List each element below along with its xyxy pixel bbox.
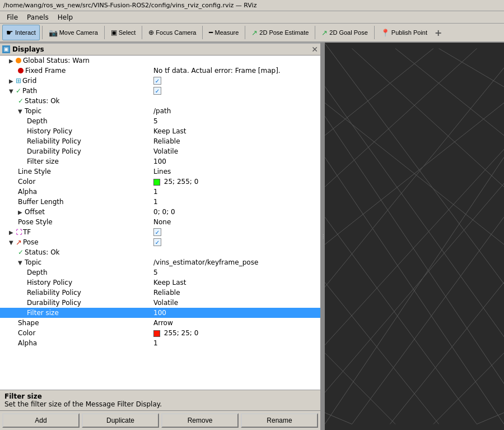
path-reliability-label: Reliability Policy bbox=[27, 137, 81, 145]
focus-camera-label: Focus Camera bbox=[156, 29, 196, 36]
path-color-text: 25; 255; 0 bbox=[164, 178, 199, 186]
tf-checkbox[interactable]: ✓ bbox=[153, 228, 161, 236]
pose-filtersize-row[interactable]: Filter size 100 bbox=[0, 308, 320, 318]
pose-history-label: History Policy bbox=[27, 279, 72, 286]
global-status-row[interactable]: ▶ Global Status: Warn bbox=[0, 56, 320, 66]
pose-status-label: Status: Ok bbox=[25, 248, 60, 256]
displays-tree[interactable]: ▶ Global Status: Warn Fixed Frame No tf … bbox=[0, 56, 320, 390]
publish-point-button[interactable]: 📍 Publish Point bbox=[377, 25, 431, 40]
grid-checkbox[interactable]: ✓ bbox=[153, 77, 161, 85]
path-color-name: Color bbox=[0, 178, 151, 186]
expand-path-topic[interactable]: ▼ bbox=[18, 108, 25, 114]
expand-grid[interactable]: ▶ bbox=[9, 78, 16, 84]
path-topic-row[interactable]: ▼ Topic /path bbox=[0, 106, 320, 116]
path-alpha-row[interactable]: Alpha 1 bbox=[0, 187, 320, 197]
fixed-frame-row[interactable]: Fixed Frame No tf data. Actual error: Fr… bbox=[0, 66, 320, 76]
menu-bar: File Panels Help bbox=[0, 11, 504, 24]
toolbar-separator-1 bbox=[42, 26, 43, 39]
path-status-icon: ✓ bbox=[18, 97, 24, 105]
path-depth-row[interactable]: Depth 5 bbox=[0, 116, 320, 126]
pose-reliability-row[interactable]: Reliability Policy Reliable bbox=[0, 288, 320, 298]
path-offset-row[interactable]: ▶ Offset 0; 0; 0 bbox=[0, 207, 320, 217]
fixed-frame-label: Fixed Frame bbox=[25, 67, 66, 75]
pose-status-icon: ✓ bbox=[18, 248, 24, 256]
path-depth-label: Depth bbox=[27, 117, 48, 125]
2d-pose-button[interactable]: ↗ 2D Pose Estimate bbox=[248, 25, 312, 40]
pose-reliability-name: Reliability Policy bbox=[0, 289, 151, 297]
pose-color-row[interactable]: Color 255; 25; 0 bbox=[0, 328, 320, 338]
path-history-label: History Policy bbox=[27, 127, 72, 135]
menu-help[interactable]: Help bbox=[53, 12, 77, 22]
pose-shape-row[interactable]: Shape Arrow bbox=[0, 318, 320, 328]
pose-check[interactable]: ✓ bbox=[151, 238, 320, 247]
pose-status-row[interactable]: ✓ Status: Ok bbox=[0, 247, 320, 257]
duplicate-button[interactable]: Duplicate bbox=[82, 413, 159, 428]
toolbar-separator-5 bbox=[245, 26, 245, 39]
expand-pose-topic[interactable]: ▼ bbox=[18, 260, 25, 266]
toolbar-separator-3 bbox=[142, 26, 142, 39]
expand-pose[interactable]: ▼ bbox=[9, 239, 16, 246]
tf-row[interactable]: ▶ ⛶ TF ✓ bbox=[0, 227, 320, 237]
path-linestyle-name: Line Style bbox=[0, 168, 151, 175]
pose-history-row[interactable]: History Policy Keep Last bbox=[0, 278, 320, 288]
grid-check[interactable]: ✓ bbox=[151, 77, 320, 85]
global-status-label: Global Status: Warn bbox=[23, 57, 90, 64]
path-posestyle-name: Pose Style bbox=[0, 218, 151, 226]
focus-camera-button[interactable]: ⊕ Focus Camera bbox=[144, 25, 200, 40]
select-icon: ▣ bbox=[111, 29, 117, 36]
path-topic-value: /path bbox=[151, 107, 320, 115]
add-tool-button[interactable]: + bbox=[432, 27, 444, 38]
grid-name: ▶ ⊞ Grid bbox=[0, 77, 151, 85]
path-bufferlength-row[interactable]: Buffer Length 1 bbox=[0, 197, 320, 207]
2d-goal-button[interactable]: ↗ 2D Goal Pose bbox=[318, 25, 371, 40]
panel-close-button[interactable]: ✕ bbox=[311, 45, 318, 54]
pose-checkbox[interactable]: ✓ bbox=[153, 238, 161, 246]
select-button[interactable]: ▣ Select bbox=[107, 25, 140, 40]
path-color-row[interactable]: Color 25; 255; 0 bbox=[0, 177, 320, 187]
rename-button[interactable]: Rename bbox=[241, 413, 318, 428]
pose-shape-label: Shape bbox=[18, 319, 39, 327]
path-bufferlength-label: Buffer Length bbox=[18, 198, 64, 206]
pose-depth-row[interactable]: Depth 5 bbox=[0, 267, 320, 278]
expand-path[interactable]: ▼ bbox=[9, 88, 16, 94]
status-description: Filter size Set the filter size of the M… bbox=[0, 390, 320, 410]
grid-row[interactable]: ▶ ⊞ Grid ✓ bbox=[0, 76, 320, 86]
bottom-buttons: Add Duplicate Remove Rename bbox=[0, 410, 320, 430]
interact-button[interactable]: ☛ Interact bbox=[2, 25, 40, 40]
path-check[interactable]: ✓ bbox=[151, 87, 320, 95]
select-label: Select bbox=[119, 29, 136, 36]
expand-tf[interactable]: ▶ bbox=[9, 229, 16, 235]
remove-button[interactable]: Remove bbox=[161, 413, 239, 428]
path-posestyle-row[interactable]: Pose Style None bbox=[0, 217, 320, 227]
pose-row[interactable]: ▼ ↗ Pose ✓ bbox=[0, 237, 320, 247]
3d-viewport[interactable]: ◀ bbox=[325, 43, 504, 430]
pose-history-value: Keep Last bbox=[151, 279, 320, 286]
expand-path-offset[interactable]: ▶ bbox=[18, 209, 25, 215]
path-durability-row[interactable]: Durability Policy Volatile bbox=[0, 146, 320, 156]
path-history-row[interactable]: History Policy Keep Last bbox=[0, 126, 320, 136]
path-color-value: 25; 255; 0 bbox=[151, 178, 320, 186]
path-linestyle-row[interactable]: Line Style Lines bbox=[0, 167, 320, 177]
measure-button[interactable]: ━ Measure bbox=[205, 25, 242, 40]
title-bar: /home/wang/ros_ws_new/src/VINS-Fusion-RO… bbox=[0, 0, 504, 11]
add-button[interactable]: Add bbox=[2, 413, 80, 428]
pose-depth-label: Depth bbox=[27, 269, 48, 276]
path-checkbox[interactable]: ✓ bbox=[153, 87, 161, 95]
goal-arrow-icon: ↗ bbox=[321, 29, 328, 37]
tf-check[interactable]: ✓ bbox=[151, 228, 320, 237]
menu-panels[interactable]: Panels bbox=[22, 12, 53, 22]
path-row[interactable]: ▼ ✓ Path ✓ bbox=[0, 86, 320, 96]
path-filtersize-row[interactable]: Filter size 100 bbox=[0, 156, 320, 167]
path-reliability-row[interactable]: Reliability Policy Reliable bbox=[0, 136, 320, 146]
path-status-row[interactable]: ✓ Status: Ok bbox=[0, 96, 320, 106]
toolbar-separator-4 bbox=[202, 26, 203, 39]
path-durability-value: Volatile bbox=[151, 147, 320, 155]
pose-alpha-row[interactable]: Alpha 1 bbox=[0, 338, 320, 348]
tf-name: ▶ ⛶ TF bbox=[0, 228, 151, 236]
pose-status-name: ✓ Status: Ok bbox=[0, 248, 151, 256]
move-camera-button[interactable]: 📷 Move Camera bbox=[45, 25, 102, 40]
menu-file[interactable]: File bbox=[2, 12, 22, 22]
pose-durability-row[interactable]: Durability Policy Volatile bbox=[0, 298, 320, 308]
expand-global-status[interactable]: ▶ bbox=[9, 58, 16, 64]
pose-topic-row[interactable]: ▼ Topic /vins_estimator/keyframe_pose bbox=[0, 257, 320, 267]
